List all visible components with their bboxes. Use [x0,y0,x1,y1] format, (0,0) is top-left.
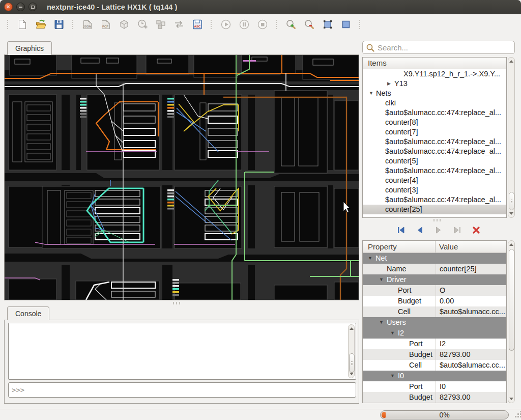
export-pcf-button[interactable]: PCF [99,18,112,31]
expander-icon[interactable] [390,371,398,381]
clear-selection-button[interactable] [471,225,481,235]
history-nav [362,223,515,237]
pack-button[interactable] [118,18,131,31]
zoom-outbound-button[interactable] [339,18,353,31]
column-value[interactable]: Value [436,241,458,253]
zoom-out-button[interactable] [303,18,316,31]
property-scrollbar[interactable] [508,240,515,403]
expander-icon[interactable] [390,328,398,339]
tree-item[interactable]: $auto$alumacc.cc:474:replace_al... [363,137,506,147]
property-name: Users [387,317,406,328]
search-icon [366,43,374,52]
splitter-vertical[interactable] [433,219,435,221]
property-row[interactable]: Name counter[25] [363,264,506,274]
property-row[interactable]: Port I0 [363,381,506,392]
property-row[interactable]: Budget 82793.00 [363,349,506,360]
tab-graphics[interactable]: Graphics [7,41,52,55]
scroll-up-icon[interactable] [350,327,354,330]
console-output[interactable] [8,323,356,380]
tree-item[interactable]: Y13 [363,79,506,89]
window-maximize-button[interactable] [28,3,37,11]
tree-item-label: Nets [376,89,391,98]
tree-item[interactable]: $auto$alumacc.cc:474:replace_al... [363,195,506,205]
scroll-up-icon[interactable] [509,60,513,63]
tree-item[interactable]: counter[25] [363,205,506,214]
stop-button[interactable] [256,18,269,31]
expander-icon[interactable] [379,317,387,328]
property-row[interactable]: Budget 82793.00 [363,392,506,403]
window-close-button[interactable]: ✕ [4,3,13,11]
place-button[interactable] [154,18,167,31]
splitter-horizontal[interactable] [173,302,174,304]
go-first-button[interactable] [396,225,406,235]
go-next-button[interactable] [433,225,444,235]
property-row[interactable]: I0 [363,371,506,381]
new-file-button[interactable] [16,18,29,31]
export-asc-button[interactable]: ASC [191,18,204,31]
tree-item[interactable]: counter[8] [363,118,506,127]
property-table: Net Name counter[25] Driver Port O [363,253,506,403]
tab-console[interactable]: Console [7,306,49,320]
search-input[interactable] [378,43,511,52]
expander-icon[interactable] [369,89,376,98]
items-tree: X9.Y11.sp12_h_r_1.->.X9.Y... Y13 Nets cl… [363,69,506,214]
scroll-down-icon[interactable] [350,373,354,375]
scrollbar-thumb[interactable] [509,192,514,210]
property-row[interactable]: I2 [363,328,506,339]
go-last-button[interactable] [452,225,462,235]
tree-item[interactable]: $auto$alumacc.cc:474:replace_al... [363,108,506,118]
zoom-in-button[interactable] [284,18,298,31]
tree-item[interactable]: counter[7] [363,127,506,137]
property-row[interactable]: Port O [363,285,506,296]
tree-item[interactable]: X9.Y11.sp12_h_r_1.->.X9.Y... [363,69,506,79]
scroll-down-icon[interactable] [509,212,513,215]
window-minimize-button[interactable] [16,3,25,11]
property-name: Name [387,264,407,274]
tree-item[interactable]: $auto$alumacc.cc:474:replace_al... [363,166,506,176]
pause-button[interactable] [238,18,251,31]
search-box[interactable] [362,41,515,54]
export-json-button[interactable]: JSON [81,18,94,31]
tree-item[interactable]: counter[5] [363,156,506,166]
expander-icon[interactable] [368,253,375,264]
go-next-icon [433,225,444,235]
save-floppy-icon [53,18,65,31]
property-name: Cell [409,360,422,371]
tree-item[interactable]: $auto$alumacc.cc:474:replace_al... [363,147,506,156]
scrollbar-thumb[interactable] [349,353,355,373]
scroll-up-icon[interactable] [509,243,513,246]
assign-budget-button[interactable] [136,18,149,31]
zoom-selection-button[interactable] [321,18,334,31]
tree-item[interactable]: clki [363,98,506,108]
property-row[interactable]: Users [363,317,506,328]
console-prompt[interactable] [8,382,356,398]
property-row[interactable]: Cell $auto$alumacc.cc... [363,360,506,371]
property-row[interactable]: Port I2 [363,339,506,349]
resize-grip-icon[interactable] [517,413,519,415]
console-input[interactable] [9,383,356,397]
property-row[interactable]: Cell $auto$alumacc.cc... [363,306,506,317]
play-button[interactable] [219,18,233,31]
console-scrollbar[interactable] [348,324,355,378]
svg-text:PCF: PCF [102,25,108,28]
property-name: Port [409,381,423,392]
scrollbar-thumb[interactable] [509,249,514,351]
scroll-down-icon[interactable] [509,398,513,400]
expander-icon[interactable] [379,274,387,285]
property-row[interactable]: Budget 0.00 [363,296,506,306]
property-row[interactable]: Driver [363,274,506,285]
tree-item[interactable]: counter[3] [363,185,506,195]
delete-x-icon [471,225,481,235]
route-button[interactable] [172,18,186,31]
property-row[interactable]: Net [363,253,506,264]
save-button[interactable] [52,18,66,31]
fpga-layout-view[interactable] [4,54,359,300]
go-first-icon [396,225,406,235]
tree-item[interactable]: counter[4] [363,176,506,185]
items-scrollbar[interactable] [508,57,515,218]
column-property[interactable]: Property [363,241,436,253]
expander-icon[interactable] [387,79,394,89]
open-file-button[interactable] [34,18,47,31]
tree-item[interactable]: Nets [363,89,506,98]
go-prev-button[interactable] [415,225,425,235]
